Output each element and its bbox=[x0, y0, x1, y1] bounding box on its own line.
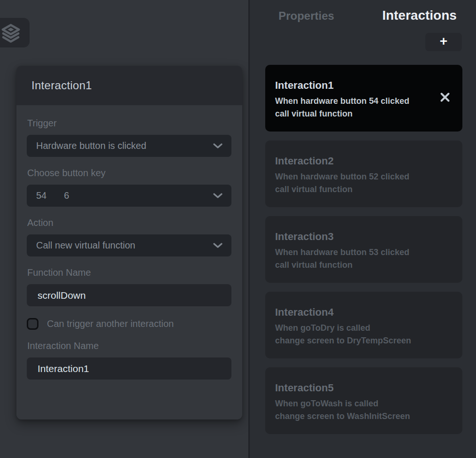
chevron-down-icon bbox=[212, 142, 223, 150]
chevron-down-icon bbox=[212, 192, 223, 200]
trigger-label: Trigger bbox=[27, 118, 231, 129]
layers-button[interactable] bbox=[0, 18, 30, 47]
card-description-line1: When hardware button 54 clicked bbox=[275, 95, 451, 108]
card-description-line1: When goToDry is called bbox=[275, 322, 451, 334]
interaction-name-input[interactable] bbox=[27, 357, 231, 380]
card-title: Interaction4 bbox=[275, 306, 451, 319]
workspace-pane: Interaction1 Trigger Hardware button is … bbox=[0, 0, 248, 458]
card-description: When hardware button 54 clicked call vir… bbox=[275, 95, 451, 120]
interaction-name-label: Interaction Name bbox=[27, 341, 231, 351]
card-description: When hardware button 53 clicked call vir… bbox=[275, 246, 451, 272]
add-row: + bbox=[250, 23, 476, 51]
card-title: Interaction2 bbox=[275, 155, 451, 168]
interaction-card-2[interactable]: Interaction2 When hardware button 52 cli… bbox=[265, 140, 462, 207]
dialog-header: Interaction1 bbox=[16, 66, 242, 105]
chain-checkbox[interactable] bbox=[27, 318, 38, 330]
card-description-line2: call virtual function bbox=[275, 183, 451, 196]
chain-checkbox-label: Can trigger another interaction bbox=[47, 318, 174, 329]
card-description: When goToWash is called change screen to… bbox=[275, 397, 451, 423]
chain-checkbox-row: Can trigger another interaction bbox=[27, 318, 231, 330]
button-key-value: 54 bbox=[36, 190, 46, 201]
action-select[interactable]: Call new virtual function bbox=[27, 234, 231, 256]
card-description-line2: call virtual function bbox=[275, 259, 451, 272]
layers-stack-icon bbox=[0, 22, 22, 44]
interaction-card-4[interactable]: Interaction4 When goToDry is called chan… bbox=[265, 292, 462, 358]
interaction-card-5[interactable]: Interaction5 When goToWash is called cha… bbox=[265, 367, 462, 434]
card-description-line2: call virtual function bbox=[275, 108, 451, 120]
card-description: When hardware button 52 clicked call vir… bbox=[275, 171, 451, 196]
card-title: Interaction5 bbox=[275, 381, 451, 395]
inspector-tabs: Properties Interactions bbox=[250, 0, 476, 23]
action-label: Action bbox=[27, 217, 231, 228]
trigger-select[interactable]: Hardware button is clicked bbox=[27, 135, 231, 157]
tab-properties[interactable]: Properties bbox=[250, 9, 363, 23]
plus-icon: + bbox=[440, 35, 447, 48]
dialog-body: Trigger Hardware button is clicked Choos… bbox=[16, 105, 242, 419]
button-key-select[interactable]: 54 6 bbox=[27, 185, 231, 207]
interaction-card-3[interactable]: Interaction3 When hardware button 53 cli… bbox=[265, 216, 462, 283]
app-window: Interaction1 Trigger Hardware button is … bbox=[0, 0, 476, 458]
button-key-label: Choose button key bbox=[27, 168, 231, 179]
card-title: Interaction3 bbox=[275, 230, 451, 243]
interaction-card-1[interactable]: Interaction1 When hardware button 54 cli… bbox=[265, 65, 462, 132]
trigger-select-value: Hardware button is clicked bbox=[36, 140, 146, 151]
card-description-line1: When hardware button 52 clicked bbox=[275, 171, 451, 183]
interaction-list: Interaction1 When hardware button 54 cli… bbox=[250, 65, 476, 434]
card-description-line1: When goToWash is called bbox=[275, 397, 451, 410]
card-description: When goToDry is called change screen to … bbox=[275, 322, 451, 347]
card-description-line2: change screen to DryTempScreen bbox=[275, 334, 451, 347]
button-key-secondary-value: 6 bbox=[64, 190, 69, 201]
add-interaction-button[interactable]: + bbox=[425, 33, 462, 51]
interaction-editor-dialog: Interaction1 Trigger Hardware button is … bbox=[16, 66, 242, 419]
chevron-down-icon bbox=[212, 242, 223, 249]
card-description-line1: When hardware button 53 clicked bbox=[275, 246, 451, 259]
card-title: Interaction1 bbox=[275, 79, 451, 92]
card-description-line2: change screen to WashInitScreen bbox=[275, 410, 451, 423]
close-icon[interactable] bbox=[439, 92, 451, 105]
function-name-input[interactable] bbox=[27, 284, 231, 306]
inspector-pane: Properties Interactions + Interaction1 W… bbox=[250, 0, 476, 458]
action-select-value: Call new virtual function bbox=[36, 240, 135, 251]
function-name-label: Function Name bbox=[27, 267, 231, 278]
dialog-title: Interaction1 bbox=[31, 79, 92, 92]
tab-interactions[interactable]: Interactions bbox=[363, 8, 476, 23]
